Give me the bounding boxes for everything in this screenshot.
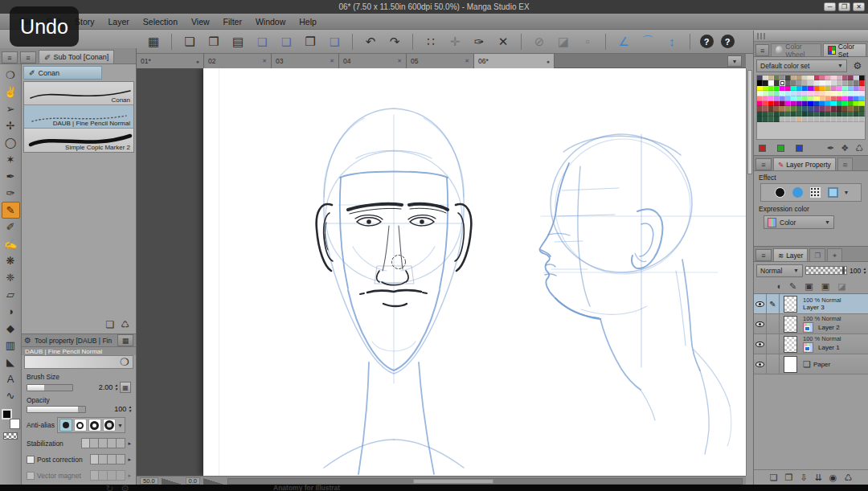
draft-layer-icon[interactable]: ✎ [789, 281, 796, 292]
document-tab-02[interactable]: 02✕ [204, 54, 272, 68]
eye-icon[interactable] [755, 342, 764, 347]
tool-property-menu-button[interactable]: ▦ [117, 334, 133, 346]
zoom-slider[interactable] [162, 478, 182, 485]
panel-menu-button[interactable]: ≡ [755, 44, 769, 56]
color-swatch[interactable] [831, 117, 837, 121]
move-tool[interactable]: ✢ [2, 117, 20, 134]
tab-color-wheel[interactable]: Color Wheel [771, 43, 821, 56]
brush-item[interactable]: Simple Copic Marker 2 [24, 129, 133, 152]
layer-visibility-cell[interactable] [754, 354, 767, 374]
menu-selection[interactable]: Selection [143, 17, 178, 27]
document-tab-06[interactable]: 06*● [474, 54, 555, 68]
canvas-horizontal-scrollbar[interactable] [227, 478, 743, 485]
color-swatch[interactable] [854, 117, 859, 121]
background-color-chip[interactable] [10, 419, 20, 429]
clip-below-icon[interactable]: ◪ [837, 281, 845, 292]
expression-color-dropdown[interactable]: Color ▼ [764, 215, 834, 229]
replace-color-icon[interactable]: ✒ [827, 143, 834, 153]
brush-size-stepper[interactable]: ▴▾ [115, 383, 117, 391]
layer-visibility-cell[interactable] [754, 294, 767, 313]
document-tab-04[interactable]: 04✕ [339, 54, 407, 68]
effect-layer-color[interactable] [826, 186, 840, 199]
transparent-color-chip[interactable] [3, 432, 18, 440]
layer-opacity-stepper[interactable]: ▴▾ [863, 267, 866, 275]
canvas-workspace[interactable] [137, 68, 746, 476]
arrow-right-icon[interactable]: ▸ [128, 440, 131, 447]
effect-color[interactable] [791, 186, 805, 199]
layer-thumbnail[interactable] [784, 356, 797, 373]
tab-layer[interactable]: ≋ Layer [773, 248, 808, 261]
help-2-icon[interactable]: ? [719, 32, 736, 51]
opacity-stepper[interactable]: ▴▾ [129, 405, 131, 413]
tab-layer-search[interactable]: ❐ [809, 248, 825, 261]
canvas-vertical-scrollbar[interactable] [746, 68, 753, 476]
save-canvas-icon[interactable]: ▤ [227, 32, 248, 51]
marker-tool[interactable]: ✍ [2, 235, 20, 252]
rotation-slider[interactable] [203, 478, 224, 485]
sub-tool-group-tab[interactable]: ✐ Conan [23, 66, 102, 80]
tab-list-dropdown-button[interactable]: ▼ [727, 55, 742, 67]
new-layer-icon[interactable]: ❏ [770, 473, 778, 483]
color-swatch[interactable] [774, 117, 780, 121]
tab-layer-extra[interactable]: ✦ [827, 248, 842, 261]
edit-color-set-button[interactable]: ⚙ [850, 59, 866, 72]
minimize-button[interactable]: ─ [824, 2, 836, 11]
transform-icon[interactable]: ✕ [493, 32, 514, 51]
layer-thumbnail[interactable] [784, 296, 797, 313]
eye-icon[interactable] [755, 321, 764, 327]
line-correction-tool[interactable]: ∿ [2, 387, 20, 404]
delete-sub-tool-icon[interactable]: ♺ [121, 319, 129, 330]
lock-layer-icon[interactable]: ▣ [805, 281, 813, 292]
menu-window[interactable]: Window [256, 17, 285, 27]
chevron-down-icon[interactable]: ▼ [117, 423, 123, 428]
fill-selection-icon[interactable]: ✑ [469, 32, 489, 51]
wrench-icon[interactable]: ⚙ [121, 483, 129, 491]
pencil-tool[interactable]: ✎ [2, 202, 20, 219]
page-manager-icon[interactable]: ❐ [300, 32, 321, 51]
post-correction-segments[interactable] [90, 454, 125, 464]
foreground-background-colors[interactable] [1, 409, 20, 429]
color-swatch[interactable] [825, 117, 831, 121]
layer-visibility-cell[interactable] [754, 334, 767, 354]
object-select-2-icon[interactable]: ❑ [276, 32, 297, 51]
vertical-scrollbar-handle[interactable] [747, 70, 752, 174]
transfer-down-icon[interactable]: ⇩ [800, 473, 807, 483]
magic-wand-tool[interactable]: ✶ [2, 151, 20, 168]
opacity-value[interactable]: 100 [114, 405, 126, 413]
add-color-icon[interactable]: ❖ [841, 143, 849, 153]
reset-icon[interactable]: ↻ [105, 483, 113, 491]
panel-menu-button-2[interactable]: ≡ [20, 51, 36, 63]
effect-tone[interactable] [809, 186, 822, 199]
post-correction-checkbox[interactable] [27, 456, 35, 464]
tab-tone[interactable]: ≋ [837, 158, 853, 170]
quick-color-green[interactable] [777, 145, 784, 152]
color-swatch[interactable] [820, 117, 825, 121]
redo-icon[interactable]: ↷ [384, 32, 405, 51]
text-tool[interactable]: A [2, 370, 20, 387]
close-tab-icon[interactable]: ✕ [397, 58, 402, 64]
vector-magnet-checkbox[interactable] [27, 472, 35, 480]
menu-view[interactable]: View [191, 17, 210, 27]
lock-transparent-icon[interactable]: ▣ [821, 281, 829, 292]
maximize-button[interactable]: ❐ [838, 2, 850, 11]
blend-tool[interactable]: ◑ [2, 303, 20, 320]
canvas-page[interactable] [203, 68, 746, 476]
menu-layer[interactable]: Layer [108, 17, 129, 27]
color-swatch[interactable] [837, 117, 842, 121]
layer-thumbnail[interactable] [784, 316, 797, 333]
panel-drag-grip[interactable] [754, 31, 868, 42]
layer-thumbnail-cell[interactable] [780, 294, 800, 313]
layer-mask-icon[interactable]: ◉ [829, 473, 837, 483]
airbrush-tool[interactable]: ❋ [2, 252, 20, 269]
opacity-slider[interactable] [27, 406, 86, 413]
color-swatch[interactable] [780, 117, 785, 121]
horizontal-scrollbar-handle[interactable] [413, 479, 493, 484]
close-tab-icon[interactable]: ✕ [330, 58, 334, 64]
anti-alias-medium[interactable] [88, 419, 101, 432]
brush-size-value[interactable]: 2.00 [99, 383, 113, 391]
hand-tool[interactable]: ✌ [2, 84, 20, 100]
color-set-dropdown[interactable]: Default color set ▼ [756, 59, 847, 72]
snap-to-curve-icon[interactable]: ⌒ [637, 32, 658, 51]
anti-alias-strong[interactable] [103, 419, 116, 432]
new-folder-icon[interactable]: ❐ [785, 473, 793, 483]
